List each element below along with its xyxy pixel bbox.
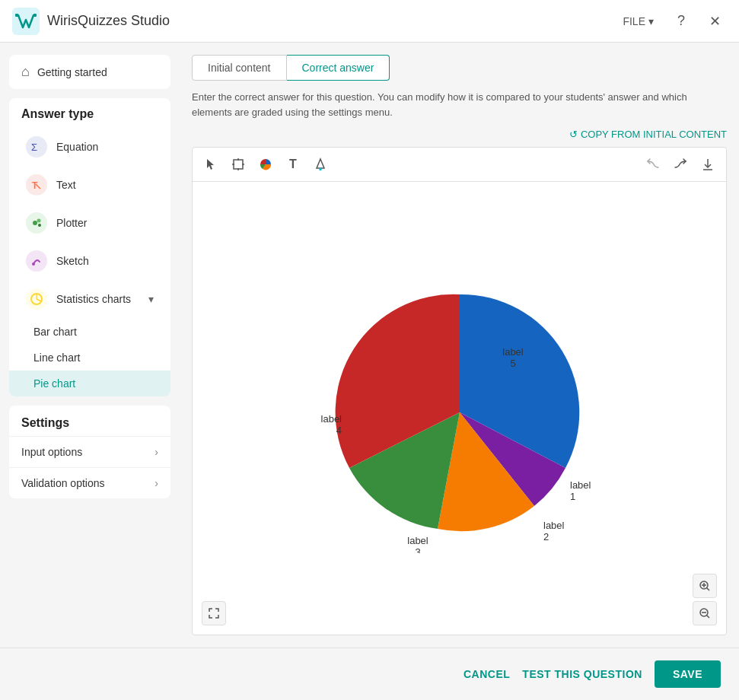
footer: CANCEL TEST THIS QUESTION SAVE [0, 648, 739, 700]
pie-chart-svg: label 5 label 1 label 2 label 3 [300, 264, 620, 553]
content-area: Initial content Correct answer Enter the… [180, 43, 739, 648]
svg-point-7 [37, 219, 41, 223]
close-button[interactable]: ✕ [702, 9, 727, 33]
chevron-down-icon: ▾ [148, 293, 154, 305]
app-title: WirisQuizzes Studio [47, 13, 170, 29]
svg-rect-2 [33, 14, 37, 17]
svg-point-9 [32, 262, 35, 266]
svg-line-31 [707, 588, 710, 591]
sidebar-item-bar-chart[interactable]: Bar chart [9, 319, 170, 345]
test-question-button[interactable]: TEST THIS QUESTION [522, 668, 642, 680]
sidebar-item-plotter[interactable]: Plotter [14, 205, 166, 241]
statistics-icon [26, 288, 47, 310]
dropdown-icon: ▾ [648, 15, 654, 27]
copy-from-initial-link[interactable]: ↺ COPY FROM INITIAL CONTENT [192, 127, 727, 141]
svg-text:label: label [502, 346, 524, 358]
pie-chart-display: label 5 label 1 label 2 label 3 [208, 197, 711, 619]
svg-text:3: 3 [415, 546, 420, 553]
sidebar-item-equation[interactable]: Σ Equation [14, 129, 166, 165]
tabs-row: Initial content Correct answer [192, 55, 727, 81]
zoom-controls [693, 574, 717, 625]
svg-text:label: label [407, 535, 428, 546]
wiris-logo [12, 8, 40, 35]
help-button[interactable]: ? [669, 9, 693, 33]
input-options-item[interactable]: Input options › [9, 436, 170, 467]
sidebar-item-sketch[interactable]: Sketch [14, 243, 166, 279]
equation-icon: Σ [26, 136, 47, 158]
download-button[interactable] [696, 152, 720, 177]
plotter-icon [26, 212, 47, 234]
svg-text:5: 5 [510, 358, 515, 369]
plotter-label: Plotter [56, 217, 154, 229]
redo-button[interactable] [668, 152, 693, 177]
chevron-right-icon: › [154, 446, 158, 458]
file-menu-button[interactable]: FILE ▾ [616, 12, 660, 30]
chevron-right-icon-2: › [154, 477, 158, 489]
svg-text:1: 1 [570, 491, 575, 502]
statistics-charts-label: Statistics charts [56, 293, 139, 305]
zoom-out-button[interactable] [693, 601, 717, 625]
sketch-label: Sketch [56, 255, 154, 267]
sidebar-item-statistics-charts[interactable]: Statistics charts ▾ [14, 281, 166, 317]
undo-button[interactable] [641, 152, 665, 177]
svg-rect-11 [234, 160, 243, 169]
settings-section: Settings Input options › Validation opti… [9, 406, 170, 498]
validation-options-item[interactable]: Validation options › [9, 467, 170, 498]
sidebar-item-line-chart[interactable]: Line chart [9, 345, 170, 371]
svg-text:2: 2 [543, 531, 549, 542]
editor-container: T [192, 147, 727, 635]
tab-initial-content[interactable]: Initial content [192, 55, 287, 81]
equation-label: Equation [56, 141, 154, 153]
pie-tool-button[interactable] [253, 152, 278, 177]
svg-point-8 [38, 224, 41, 227]
save-button[interactable]: SAVE [655, 660, 721, 688]
cancel-button[interactable]: CANCEL [463, 668, 510, 680]
svg-text:Σ: Σ [31, 142, 37, 153]
svg-text:4: 4 [336, 425, 341, 436]
text-icon: T [26, 174, 47, 196]
svg-marker-16 [317, 159, 324, 168]
select-tool-button[interactable] [199, 152, 223, 177]
editor-toolbar: T [193, 148, 726, 182]
svg-text:label: label [320, 413, 342, 425]
text-tool-button[interactable]: T [281, 152, 305, 177]
zoom-in-button[interactable] [693, 574, 717, 598]
sketch-icon [26, 250, 47, 272]
sidebar-item-pie-chart[interactable]: Pie chart [9, 371, 170, 396]
description-text: Enter the correct answer for this questi… [192, 90, 727, 119]
getting-started-button[interactable]: ⌂ Getting started [9, 55, 170, 89]
sidebar: ⌂ Getting started Answer type Σ Equation… [0, 43, 180, 648]
svg-rect-1 [15, 14, 18, 17]
editor-canvas: label 5 label 1 label 2 label 3 [193, 182, 726, 635]
copy-icon: ↺ [569, 129, 578, 140]
tab-correct-answer[interactable]: Correct answer [287, 55, 390, 81]
svg-point-6 [33, 221, 37, 225]
svg-text:label: label [543, 520, 565, 531]
color-tool-button[interactable] [308, 152, 333, 177]
text-label: Text [56, 179, 154, 191]
editor-bottom-toolbar [202, 601, 226, 625]
answer-type-section: Answer type Σ Equation T Text [9, 98, 170, 396]
svg-line-35 [707, 616, 710, 619]
home-icon: ⌂ [21, 64, 30, 80]
settings-title: Settings [9, 406, 170, 436]
frame-tool-button[interactable] [226, 152, 250, 177]
answer-type-title: Answer type [9, 98, 170, 127]
fullscreen-button[interactable] [202, 601, 226, 625]
svg-text:label: label [570, 479, 591, 491]
sidebar-item-text[interactable]: T Text [14, 167, 166, 203]
